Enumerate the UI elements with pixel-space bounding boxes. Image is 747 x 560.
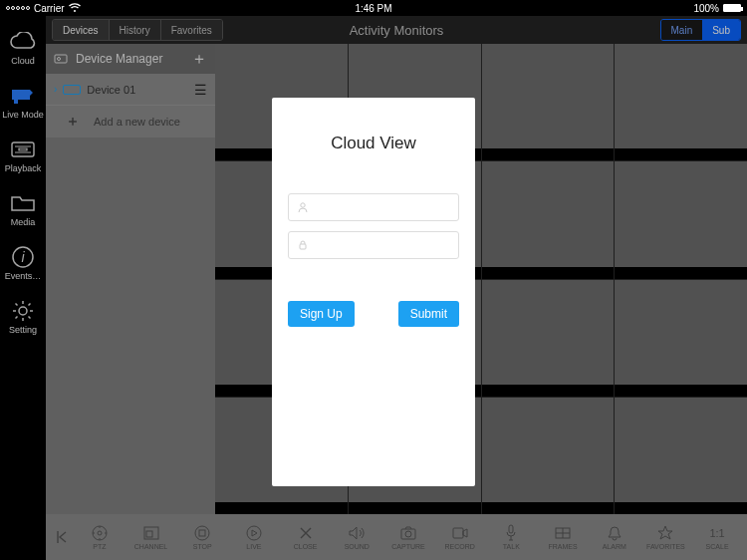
battery-icon <box>723 4 741 12</box>
user-icon <box>297 201 309 213</box>
lock-icon <box>297 239 309 251</box>
svg-point-19 <box>301 203 305 207</box>
status-bar: Carrier 1:46 PM 100% <box>0 0 747 16</box>
password-input[interactable] <box>288 231 459 259</box>
carrier-label: Carrier <box>34 3 65 14</box>
submit-button[interactable]: Submit <box>398 301 459 327</box>
modal-overlay[interactable]: Cloud View Sign Up Submit <box>0 16 747 560</box>
wifi-icon <box>69 3 81 13</box>
battery-percent: 100% <box>693 3 719 14</box>
cloud-view-modal: Cloud View Sign Up Submit <box>272 98 475 486</box>
signal-icon <box>6 6 30 10</box>
status-time: 1:46 PM <box>355 3 391 14</box>
svg-rect-20 <box>300 244 306 249</box>
signup-button[interactable]: Sign Up <box>288 301 355 327</box>
modal-title: Cloud View <box>288 134 459 153</box>
username-input[interactable] <box>288 193 459 221</box>
